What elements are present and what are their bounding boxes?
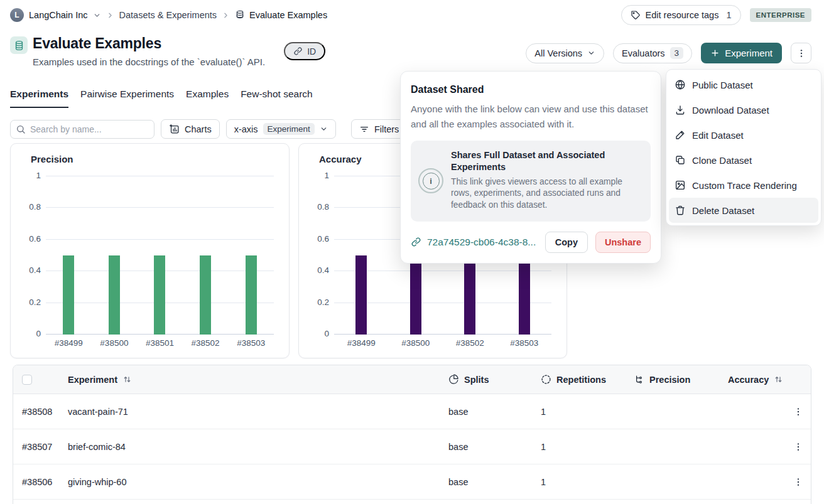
bar-38503[interactable]	[519, 255, 530, 335]
menu-item-custom-trace-rendering[interactable]: Custom Trace Rendering	[669, 173, 818, 198]
filters-button[interactable]: Filters	[351, 119, 407, 139]
xaxis-value-chip: Experiment	[263, 123, 315, 135]
bar-38500[interactable]	[410, 255, 421, 335]
link-icon	[293, 46, 303, 56]
column-label: Experiment	[68, 375, 117, 385]
column-label: Accuracy	[728, 375, 769, 385]
table-header: ExperimentSplitsRepetitionsPrecisionAccu…	[13, 365, 811, 394]
sort-icon[interactable]	[774, 375, 783, 384]
x-tick-label: #38503	[497, 338, 552, 348]
info-icon: i	[418, 168, 443, 193]
chevron-down-icon[interactable]	[93, 11, 101, 19]
sort-icon[interactable]	[122, 375, 132, 384]
row-menu-button[interactable]	[793, 407, 803, 417]
chevron-down-icon	[320, 125, 328, 133]
experiment-id: #38506	[22, 477, 68, 487]
refresh-icon	[541, 374, 551, 385]
evaluators-count-badge: 3	[670, 47, 684, 59]
bar-38499[interactable]	[63, 255, 74, 335]
column-header-experiment[interactable]: Experiment	[68, 375, 448, 385]
charts-toggle-button[interactable]: Charts	[161, 119, 220, 139]
x-tick-label: #38500	[389, 338, 443, 348]
x-tick-label: #38502	[183, 338, 229, 348]
share-scope-title: Shares Full Dataset and Associated Exper…	[451, 149, 641, 173]
tab-pairwise-experiments[interactable]: Pairwise Experiments	[80, 88, 174, 108]
experiment-name[interactable]: giving-whip-60	[68, 477, 448, 487]
breadcrumb-datasets-link[interactable]: Datasets & Experiments	[119, 10, 217, 20]
copy-id-button[interactable]: ID	[284, 42, 325, 60]
bar-38501[interactable]	[154, 255, 165, 335]
table-row[interactable]: #38507 brief-comic-84 base 1	[13, 429, 811, 464]
chevron-right-icon	[222, 11, 230, 19]
chart-title: Precision	[31, 154, 73, 164]
column-header-splits[interactable]: Splits	[448, 374, 541, 385]
edit-resource-tags-button[interactable]: Edit resource tags 1	[621, 5, 741, 25]
row-menu-button[interactable]	[793, 477, 803, 487]
column-header-repetitions[interactable]: Repetitions	[541, 374, 634, 385]
y-tick-label: 0.2	[17, 298, 41, 307]
column-header-precision[interactable]: Precision	[634, 374, 728, 385]
enterprise-plan-badge: ENTERPRISE	[750, 8, 812, 22]
bar-38503[interactable]	[246, 255, 257, 335]
y-tick-label: 0.8	[305, 202, 329, 212]
search-input[interactable]	[10, 120, 154, 139]
new-experiment-button[interactable]: Experiment	[701, 43, 782, 63]
bar-38499[interactable]	[355, 255, 367, 335]
xaxis-dropdown[interactable]: x-axis Experiment	[226, 119, 336, 139]
menu-item-clone-dataset[interactable]: Clone Dataset	[669, 147, 818, 173]
bar-38502[interactable]	[464, 255, 475, 335]
select-all-checkbox[interactable]	[22, 375, 32, 385]
copy-link-button[interactable]: Copy	[545, 232, 588, 253]
y-tick-label: 1	[17, 171, 41, 180]
dataset-actions-menu-button[interactable]	[791, 43, 811, 63]
tag-count-badge: 1	[726, 10, 731, 20]
tab-examples[interactable]: Examples	[186, 88, 229, 108]
dataset-icon	[10, 36, 28, 54]
experiment-splits: base	[448, 407, 541, 417]
versions-dropdown[interactable]: All Versions	[526, 43, 604, 63]
column-header-accuracy[interactable]: Accuracy	[728, 375, 793, 385]
bar-38502[interactable]	[200, 255, 211, 335]
org-avatar[interactable]: L	[10, 8, 24, 22]
tab-experiments[interactable]: Experiments	[10, 88, 68, 108]
share-scope-card: i Shares Full Dataset and Associated Exp…	[411, 141, 651, 222]
x-tick-label: #38503	[228, 338, 274, 348]
pencil-icon	[675, 129, 686, 141]
evaluators-button[interactable]: Evaluators 3	[613, 43, 692, 63]
x-tick-label: #38499	[46, 338, 92, 348]
experiment-name[interactable]: vacant-pain-71	[68, 407, 448, 417]
menu-item-download-dataset[interactable]: Download Dataset	[669, 97, 818, 122]
unshare-button[interactable]: Unshare	[595, 232, 651, 253]
popover-description: Anyone with the link below can view and …	[411, 102, 651, 132]
breadcrumb: L LangChain Inc Datasets & Experiments E…	[10, 8, 327, 22]
share-scope-body: This link gives viewers access to all ex…	[451, 176, 641, 212]
bar-chart-icon	[169, 124, 180, 134]
dataset-actions-menu: Public Dataset Download Dataset Edit Dat…	[666, 69, 821, 226]
table-row[interactable]: #38508 vacant-pain-71 base 1	[13, 394, 811, 429]
precision-chart: Precision 00.20.40.60.81 #38499#38500#38…	[10, 143, 290, 358]
menu-item-delete-dataset[interactable]: Delete Dataset	[669, 198, 818, 223]
tab-few-shot-search[interactable]: Few-shot search	[241, 88, 313, 108]
menu-item-edit-dataset[interactable]: Edit Dataset	[669, 122, 818, 147]
popover-title: Dataset Shared	[411, 84, 651, 95]
table-row[interactable]: #38506 giving-whip-60 base 1	[13, 464, 811, 500]
top-navigation-bar: L LangChain Inc Datasets & Experiments E…	[0, 0, 824, 30]
link-icon	[411, 237, 421, 247]
download-icon	[675, 104, 686, 115]
menu-item-public-dataset[interactable]: Public Dataset	[669, 72, 818, 97]
org-name[interactable]: LangChain Inc	[29, 10, 88, 20]
pie-icon	[448, 374, 459, 385]
row-menu-button[interactable]	[793, 442, 803, 452]
share-link[interactable]: 72a74529-cb06-4c38-8...	[411, 237, 538, 248]
bar-38500[interactable]	[109, 255, 120, 335]
dataset-shared-popover: Dataset Shared Anyone with the link belo…	[400, 71, 661, 264]
x-tick-label: #38502	[443, 338, 497, 348]
plus-icon	[710, 48, 720, 58]
page-description: Examples used in the docstrings of the `…	[33, 56, 265, 67]
experiment-splits: base	[448, 442, 541, 452]
experiment-name[interactable]: brief-comic-84	[68, 442, 448, 452]
search-icon	[16, 124, 26, 134]
experiment-splits: base	[448, 477, 541, 487]
page-title: Evaluate Examples	[33, 35, 265, 52]
database-icon	[235, 10, 245, 20]
